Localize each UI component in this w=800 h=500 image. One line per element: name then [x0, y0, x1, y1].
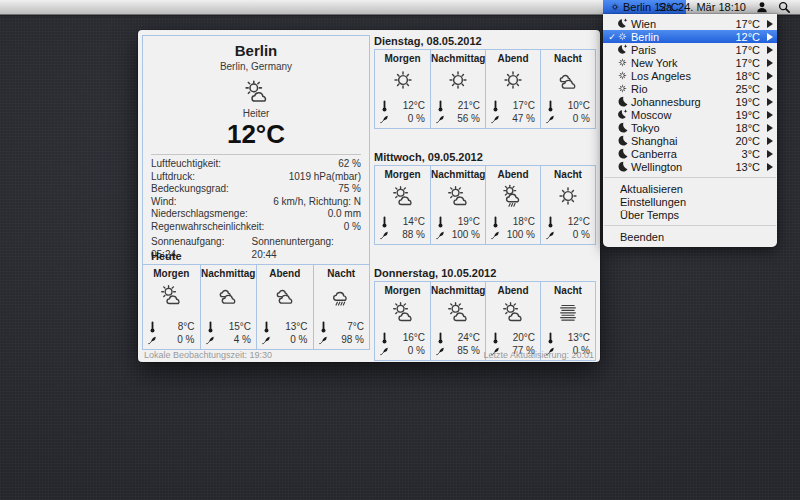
- sun-icon: [617, 31, 628, 42]
- sun-rain-icon: [500, 183, 526, 209]
- submenu-arrow-icon: [767, 98, 773, 106]
- menu-item-rio[interactable]: Rio 25°C: [603, 82, 777, 95]
- weather-panel: Berlin Berlin, Germany Heiter 12°C Luftf…: [138, 30, 600, 362]
- current-condition-icon: [242, 77, 271, 106]
- menu-city-temp: 17°C: [724, 44, 760, 56]
- current-city: Berlin: [143, 42, 369, 59]
- forecast-grid: Morgen 14°C 88 % Nachmittag 19°C 100 % A…: [374, 165, 596, 245]
- temperature-value: 17°C: [513, 100, 535, 111]
- thermometer-icon: [380, 216, 389, 228]
- forecast-section-title: Donnerstag, 10.05.2012: [374, 267, 596, 279]
- detail-value: 62 %: [338, 158, 361, 171]
- detail-label: Wind:: [151, 196, 177, 209]
- menu-item-über-temps[interactable]: Über Temps: [603, 208, 777, 221]
- sun-cloud-icon: [500, 299, 526, 325]
- menu-item-beenden[interactable]: Beenden: [603, 230, 777, 243]
- menu-item-einstellungen[interactable]: Einstellungen: [603, 195, 777, 208]
- submenu-arrow-icon: [767, 111, 773, 119]
- menu-item-berlin[interactable]: ✓ Berlin 12°C: [603, 30, 777, 43]
- sun-icon: [617, 70, 628, 81]
- temperature-value: 13°C: [568, 332, 590, 343]
- rain-chance-value: 4 %: [234, 334, 251, 345]
- sun-icon: [500, 67, 526, 93]
- forecast-cell: Nachmittag 19°C 100 %: [430, 166, 485, 244]
- umbrella-icon: [491, 113, 500, 125]
- menu-item-moscow[interactable]: Moscow 19°C: [603, 108, 777, 121]
- sun-cloud-icon: [390, 299, 416, 325]
- forecast-column: Dienstag, 08.05.2012 Morgen 12°C 0 % Nac…: [374, 35, 596, 361]
- submenu-arrow-icon: [767, 59, 773, 67]
- moon-star-icon: [617, 44, 628, 55]
- menu-item-los-angeles[interactable]: Los Angeles 18°C: [603, 69, 777, 82]
- menu-item-new-york[interactable]: New York 17°C: [603, 56, 777, 69]
- temperature-value: 18°C: [513, 216, 535, 227]
- menu-city-name: Moscow: [631, 109, 724, 121]
- menu-item-aktualisieren[interactable]: Aktualisieren: [603, 182, 777, 195]
- menu-city-name: Wien: [631, 18, 724, 30]
- today-title: Heute: [151, 250, 182, 262]
- menu-item-tokyo[interactable]: Tokyo 18°C: [603, 121, 777, 134]
- menu-item-wien[interactable]: Wien 17°C: [603, 17, 777, 30]
- sun-cloud-icon: [158, 282, 184, 308]
- menu-item-label: Über Temps: [620, 209, 679, 221]
- menu-city-name: Los Angeles: [631, 70, 724, 82]
- submenu-arrow-icon: [767, 46, 773, 54]
- rain-chance-value: 98 %: [341, 334, 364, 345]
- period-label: Nacht: [541, 285, 595, 297]
- menu-item-paris[interactable]: Paris 17°C: [603, 43, 777, 56]
- clouds-icon: [215, 282, 241, 308]
- thermometer-icon: [436, 332, 445, 344]
- period-label: Abend: [486, 53, 540, 65]
- thermometer-icon: [436, 100, 445, 112]
- menu-city-temp: 3°C: [724, 148, 760, 160]
- detail-value: 6 km/h, Richtung: N: [273, 196, 361, 209]
- sun-cloud-icon: [445, 299, 471, 325]
- menu-city-temp: 13°C: [724, 161, 760, 173]
- rain-chance-value: 100 %: [507, 229, 535, 240]
- menu-item-label: Beenden: [620, 231, 664, 243]
- menu-item-shanghai[interactable]: Shanghai 20°C: [603, 134, 777, 147]
- menu-separator: [604, 225, 776, 226]
- forecast-cell: Nachmittag 15°C 4 %: [200, 265, 257, 349]
- clouds-icon: [272, 282, 298, 308]
- sun-icon: [390, 67, 416, 93]
- menu-city-name: Rio: [631, 83, 724, 95]
- divider: [151, 154, 361, 155]
- menu-item-wellington[interactable]: Wellington 13°C: [603, 160, 777, 173]
- temperature-value: 21°C: [458, 100, 480, 111]
- menubar-clock[interactable]: Sa. 24. Mär 18:10: [659, 0, 746, 14]
- menu-city-name: Canberra: [631, 148, 724, 160]
- temperature-value: 16°C: [403, 332, 425, 343]
- umbrella-icon: [546, 229, 555, 241]
- menu-action-list: Aktualisieren Einstellungen Über Temps: [603, 182, 777, 221]
- sun-icon: [617, 83, 628, 94]
- cloud-rain-icon: [328, 282, 354, 308]
- search-icon[interactable]: [778, 1, 790, 13]
- period-label: Abend: [486, 169, 540, 181]
- menu-bar: Berlin 12°C Sa. 24. Mär 18:10: [0, 0, 800, 15]
- detail-row: Regenwahrscheinlichkeit: 0 %: [143, 221, 369, 234]
- thermometer-icon: [491, 216, 500, 228]
- detail-label: Luftdruck:: [151, 171, 195, 184]
- thermometer-icon: [436, 216, 445, 228]
- period-label: Morgen: [143, 268, 200, 280]
- menu-city-name: Shanghai: [631, 135, 724, 147]
- detail-value: 75 %: [338, 183, 361, 196]
- submenu-arrow-icon: [767, 124, 773, 132]
- user-icon[interactable]: [756, 1, 768, 13]
- sun-icon: [445, 67, 471, 93]
- detail-row: Luftdruck: 1019 hPa(mbar): [143, 171, 369, 184]
- rain-chance-value: 0 %: [573, 113, 590, 124]
- weather-city-dropdown-menu: Wien 17°C ✓ Berlin 12°C Paris 17°C New Y…: [603, 14, 777, 247]
- menu-item-johannesburg[interactable]: Johannesburg 19°C: [603, 95, 777, 108]
- menu-city-name: Tokyo: [631, 122, 724, 134]
- moon-star-icon: [617, 109, 628, 120]
- detail-value: 1019 hPa(mbar): [289, 171, 361, 184]
- forecast-cell: Morgen 8°C 0 %: [143, 265, 200, 349]
- menu-city-temp: 20°C: [724, 135, 760, 147]
- menu-item-canberra[interactable]: Canberra 3°C: [603, 147, 777, 160]
- period-label: Nachmittag: [431, 285, 485, 297]
- thermometer-icon: [546, 216, 555, 228]
- rain-chance-value: 0 %: [408, 113, 425, 124]
- menu-city-name: Wellington: [631, 161, 724, 173]
